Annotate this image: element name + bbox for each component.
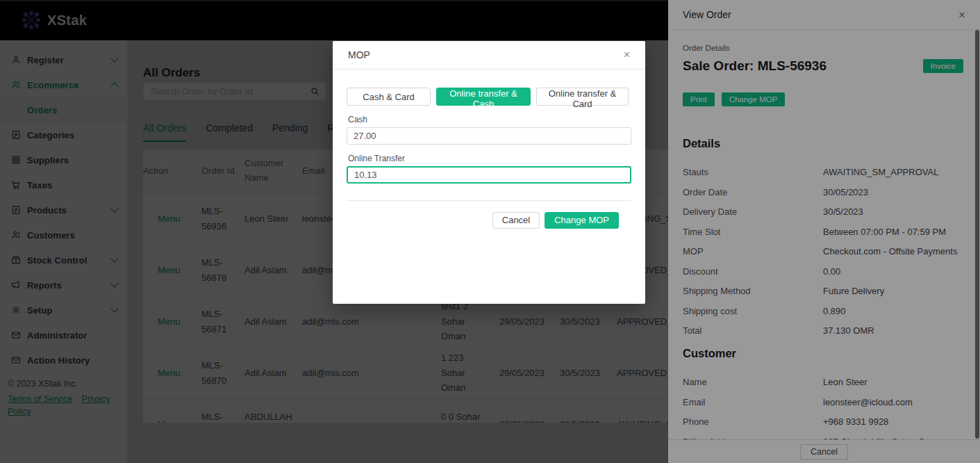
option-online-cash[interactable]: Online transfer & Cash [436, 88, 531, 106]
close-icon[interactable]: × [624, 49, 630, 60]
mop-modal: MOP × Cash & Card Online transfer & Cash… [333, 41, 645, 304]
online-transfer-amount-input[interactable] [347, 166, 631, 184]
modal-title: MOP [348, 49, 370, 60]
option-online-card[interactable]: Online transfer & Card [536, 88, 629, 106]
cash-field-label: Cash [348, 115, 631, 124]
modal-change-mop-button[interactable]: Change MOP [545, 212, 619, 229]
option-cash-card[interactable]: Cash & Card [347, 88, 431, 106]
modal-body: Cash & Card Online transfer & Cash Onlin… [333, 70, 645, 239]
mop-options: Cash & Card Online transfer & Cash Onlin… [347, 88, 631, 106]
modal-footer: Cancel Change MOP [347, 200, 631, 239]
online-transfer-field-label: Online Transfer [348, 154, 631, 163]
modal-header: MOP × [333, 41, 645, 70]
cash-amount-input[interactable] [347, 127, 631, 145]
modal-cancel-button[interactable]: Cancel [492, 212, 540, 229]
